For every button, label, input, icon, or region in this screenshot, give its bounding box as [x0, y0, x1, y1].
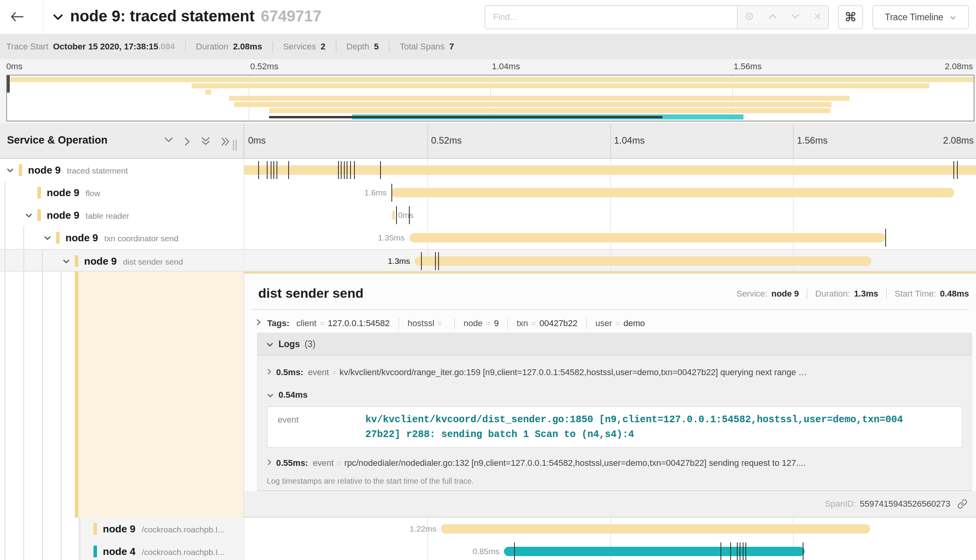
span-name-cell[interactable]: node 9traced statement: [0, 159, 244, 181]
timeline-gridline: [793, 204, 794, 226]
collapse-trace-chevron-icon[interactable]: [52, 13, 64, 23]
span-name-cell[interactable]: node 9table reader: [0, 204, 244, 226]
span-color-bar: [93, 546, 97, 557]
row-chevron-down-icon[interactable]: [25, 213, 33, 218]
prev-match-icon[interactable]: [768, 13, 778, 21]
span-bar-cell[interactable]: 1.3ms: [244, 250, 976, 271]
tree-guide-line: [42, 518, 43, 540]
span-row[interactable]: node 9traced statement: [0, 159, 976, 181]
span-color-strip: [244, 272, 976, 274]
tag-key: hostssl: [408, 318, 434, 328]
stat-value: 7: [449, 42, 454, 52]
row-chevron-down-icon[interactable]: [44, 235, 51, 241]
span-bar-cell[interactable]: [244, 159, 976, 181]
log-entry-expanded-header[interactable]: 0.54ms: [257, 388, 972, 402]
equals-sign: =: [438, 319, 442, 328]
log-entry[interactable]: 0.55ms: event = rpc/nodedialer/nodediale…: [257, 456, 972, 470]
link-icon[interactable]: [957, 499, 967, 509]
span-row[interactable]: node 4/cockroach.roachpb.I...0.85ms: [0, 540, 976, 560]
expand-all-icon[interactable]: [221, 137, 230, 147]
tree-guide-line: [61, 518, 62, 540]
span-row[interactable]: node 9/cockroach.roachpb.I...1.22ms: [0, 518, 976, 540]
span-name-cell[interactable]: node 4/cockroach.roachpb.I...: [0, 540, 244, 560]
span-bar-cell[interactable]: 0ms: [244, 204, 976, 226]
find-tools: [737, 5, 829, 29]
span-color-bar: [37, 209, 41, 221]
span-service-name: node 9traced statement: [28, 164, 128, 176]
span-color-bar: [19, 164, 22, 176]
log-event-tick: [350, 161, 351, 179]
log-field-key: event: [308, 367, 329, 377]
tags-accordian[interactable]: Tags: client=127.0.0.1:54582hostssl=node…: [256, 314, 645, 332]
span-row[interactable]: node 9dist sender send1.3ms: [0, 249, 976, 272]
log-event-tick: [885, 229, 886, 247]
span-name-cell[interactable]: node 9/cockroach.roachpb.I...: [0, 518, 244, 540]
span-bar-cell[interactable]: 0.85ms: [244, 540, 976, 560]
span-duration-bar[interactable]: [504, 547, 805, 556]
keyboard-shortcuts-button[interactable]: ⌘: [838, 5, 863, 29]
tag-item: client=127.0.0.1:54582: [296, 318, 390, 328]
log-event-tick: [438, 252, 439, 270]
trace-id: 6749717: [261, 7, 321, 25]
span-duration-bar[interactable]: [415, 256, 871, 266]
locate-icon[interactable]: [744, 11, 755, 23]
span-color-bar: [75, 255, 78, 267]
equals-sign: =: [486, 319, 490, 328]
span-name-cell[interactable]: node 9dist sender send: [0, 250, 244, 271]
tag-key: txn: [516, 318, 528, 328]
tree-guide-line: [5, 181, 5, 204]
tree-guide-line: [42, 272, 43, 518]
log-event-tick: [391, 184, 392, 202]
span-duration-bar[interactable]: [392, 211, 395, 220]
service-operation-header: Service & Operation: [0, 124, 244, 158]
span-row[interactable]: node 9flow1.6ms: [0, 181, 976, 204]
log-event-tick: [380, 161, 381, 179]
span-duration-label: 0ms: [398, 210, 414, 220]
next-match-icon[interactable]: [790, 13, 800, 21]
log-event-tick: [435, 252, 436, 270]
trace-view-selector[interactable]: Trace Timeline: [872, 5, 969, 29]
minimap-left-scrubber[interactable]: [7, 75, 10, 93]
timeline-gridline: [427, 540, 428, 560]
minimap-tick-label: 2.08ms: [945, 61, 973, 72]
tag-separator: [586, 318, 587, 329]
row-chevron-down-icon[interactable]: [62, 259, 70, 264]
column-resize-grip[interactable]: [232, 140, 238, 151]
span-bar-cell[interactable]: 1.6ms: [244, 181, 976, 204]
log-field-key: event: [313, 458, 334, 468]
minimap-span-bar: [192, 83, 929, 88]
log-event-tick: [721, 542, 721, 560]
tree-guide-line: [5, 540, 5, 560]
find-input[interactable]: [484, 5, 737, 29]
tree-guide-line: [5, 226, 5, 249]
collapse-one-icon[interactable]: [164, 137, 174, 147]
log-entry[interactable]: 0.5ms: event = kv/kvclient/kvcoord/range…: [257, 365, 972, 380]
span-bar-cell[interactable]: 1.22ms: [244, 518, 976, 540]
span-name-cell[interactable]: node 9txn coordinator send: [0, 226, 244, 249]
span-color-bar: [93, 523, 97, 535]
log-field-key: event: [268, 413, 365, 442]
span-operation-name: flow: [86, 189, 100, 198]
row-chevron-down-icon[interactable]: [6, 168, 14, 173]
span-name-cell[interactable]: node 9flow: [0, 181, 244, 204]
tag-value: 9: [494, 318, 499, 328]
span-duration-bar[interactable]: [391, 188, 954, 197]
log-event-tick: [273, 161, 274, 179]
expand-one-icon[interactable]: [184, 137, 190, 147]
span-duration-bar[interactable]: [409, 233, 885, 242]
logs-accordian: Logs (3) 0.5ms: event = kv/kvclient/kvco…: [257, 333, 972, 491]
collapse-all-icon[interactable]: [201, 137, 211, 147]
log-event-tick: [354, 161, 355, 179]
clear-search-icon[interactable]: [813, 12, 822, 22]
span-bar-cell[interactable]: 1.35ms: [244, 226, 976, 249]
span-row[interactable]: node 9txn coordinator send1.35ms: [0, 226, 976, 249]
span-duration-bar[interactable]: [441, 524, 870, 534]
logs-header[interactable]: Logs (3): [257, 333, 972, 356]
span-service-name: node 9txn coordinator send: [65, 232, 178, 244]
overview-item: Service:node 9: [736, 289, 799, 299]
span-operation-name: txn coordinator send: [104, 234, 178, 243]
span-row[interactable]: node 9table reader0ms: [0, 204, 976, 226]
minimap-canvas[interactable]: [6, 75, 974, 121]
overview-item: Duration:1.3ms: [815, 289, 878, 299]
back-arrow-icon[interactable]: [9, 10, 26, 24]
